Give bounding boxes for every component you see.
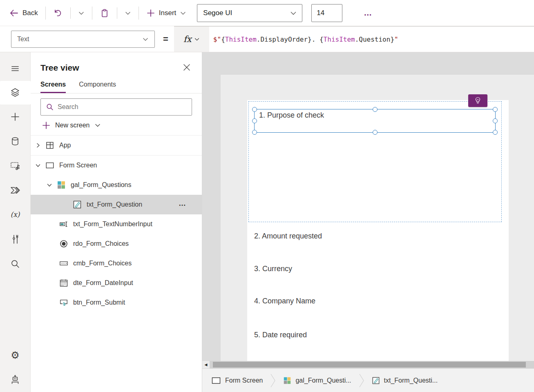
ideas-suggestion-button[interactable]	[468, 94, 487, 107]
scroll-left-button[interactable]: ◀	[202, 361, 210, 368]
breadcrumb-label: Form Screen	[225, 377, 263, 384]
gallery-item-text[interactable]: 3. Currency	[254, 265, 292, 273]
screen-icon	[45, 161, 54, 170]
toolbar-overflow-button[interactable]: …	[364, 8, 373, 18]
chevron-down-icon	[180, 10, 186, 16]
panel-tabs: Screens Components	[40, 81, 202, 93]
font-size-input[interactable]	[311, 4, 342, 22]
insert-button[interactable]: Insert	[143, 6, 190, 20]
selected-label-control[interactable]: 1. Purpose of check	[254, 109, 496, 133]
formula-token: .DisplayOrder	[257, 36, 308, 43]
new-screen-button[interactable]: New screen	[31, 116, 202, 135]
gallery-icon	[283, 376, 291, 385]
search-input[interactable]	[58, 103, 188, 111]
search-icon	[46, 103, 54, 111]
property-selector[interactable]: Text	[11, 31, 155, 48]
power-automate-icon	[9, 185, 21, 196]
gear-icon: ⚙	[11, 350, 20, 360]
toolbar-divider	[117, 7, 117, 19]
scrollbar-thumb[interactable]	[213, 362, 526, 368]
media-panel-button[interactable]	[0, 154, 31, 178]
font-family-select[interactable]: Segoe UI	[197, 4, 302, 22]
toolbar-divider	[92, 7, 92, 20]
chevron-down-icon	[194, 36, 200, 42]
app-icon	[45, 141, 54, 150]
tree-view-button[interactable]	[0, 81, 31, 105]
tree-row-label: Form Screen	[59, 162, 97, 169]
tree-row-label: txt_Form_Question	[87, 201, 142, 208]
breadcrumb-item-form-screen[interactable]: Form Screen	[211, 376, 263, 385]
undo-icon	[53, 8, 63, 18]
gallery-item-text[interactable]: 2. Amount requested	[254, 232, 322, 241]
tree-search[interactable]	[40, 98, 192, 116]
tree-row-button-submit[interactable]: btn_Form_Submit	[31, 293, 202, 312]
settings-button[interactable]: ⚙	[0, 343, 31, 368]
breadcrumb-item-label-control[interactable]: txt_Form_Questi...	[372, 376, 438, 385]
search-panel-button[interactable]	[0, 252, 31, 276]
combobox-icon	[59, 259, 68, 268]
back-button[interactable]: Back	[6, 6, 41, 20]
resize-handle-bottom-right[interactable]	[493, 130, 498, 135]
tree-row-label: App	[59, 142, 71, 149]
power-automate-panel-button[interactable]	[0, 178, 31, 203]
resize-handle-top-left[interactable]	[252, 107, 257, 112]
fx-icon: fx	[183, 34, 192, 44]
gallery-item-text[interactable]: 4. Company Name	[254, 297, 315, 305]
tree-row-combobox[interactable]: cmb_Form_Choices	[31, 254, 202, 273]
chevron-down-icon[interactable]	[45, 182, 54, 188]
plus-icon	[146, 9, 155, 18]
tree-row-date-input[interactable]: dte_Form_DateInput	[31, 273, 202, 293]
resize-handle-bottom-left[interactable]	[252, 130, 257, 135]
label-control-icon	[372, 376, 380, 385]
resize-handle-middle-right[interactable]	[493, 118, 498, 123]
fx-dropdown[interactable]: fx	[174, 27, 209, 52]
svg-text:(x): (x)	[11, 210, 20, 218]
chevron-down-icon	[94, 122, 101, 129]
tree-row-app[interactable]: App	[31, 136, 202, 155]
chevron-down-icon[interactable]	[33, 162, 43, 169]
advanced-tools-button[interactable]	[0, 227, 31, 252]
resize-handle-middle-left[interactable]	[252, 118, 257, 123]
virtual-agent-button[interactable]	[0, 368, 31, 392]
menu-button[interactable]	[0, 56, 31, 81]
undo-button[interactable]	[50, 6, 66, 20]
screen-icon	[211, 376, 221, 385]
insert-label: Insert	[159, 9, 177, 17]
tree-row-text-input[interactable]: txt_Form_TextNumberInput	[31, 214, 202, 234]
toolbar-divider	[70, 7, 71, 19]
chevron-right-icon[interactable]	[33, 142, 43, 149]
variables-panel-button[interactable]: (x)	[0, 203, 31, 227]
resize-handle-top-center[interactable]	[373, 107, 378, 112]
tree-row-txt-form-question[interactable]: txt_Form_Question …	[31, 195, 202, 214]
insert-panel-button[interactable]	[0, 105, 31, 129]
breadcrumb-item-gallery[interactable]: gal_Form_Questi...	[283, 376, 351, 385]
paste-menu-chevron[interactable]	[121, 7, 134, 19]
back-label: Back	[22, 9, 38, 17]
canvas-area: 1. Purpose of check 2. Amount requested …	[202, 52, 534, 392]
breadcrumb-separator-icon	[359, 373, 364, 388]
tree-row-label: dte_Form_DateInput	[73, 279, 133, 287]
paste-button[interactable]	[96, 6, 113, 20]
tab-screens[interactable]: Screens	[40, 81, 66, 93]
chevron-down-icon	[78, 10, 85, 16]
calendar-icon	[59, 278, 68, 287]
resize-handle-top-right[interactable]	[493, 107, 498, 112]
data-panel-button[interactable]	[0, 129, 31, 154]
tree-row-radio[interactable]: rdo_Form_Choices	[31, 234, 202, 254]
gallery-item-text[interactable]: 5. Date required	[254, 331, 307, 339]
variables-icon: (x)	[8, 209, 22, 220]
undo-menu-chevron[interactable]	[75, 7, 88, 19]
tree-row-label: rdo_Form_Choices	[73, 240, 129, 247]
tree-row-gallery[interactable]: gal_Form_Questions	[31, 175, 202, 195]
row-more-button[interactable]: …	[179, 199, 187, 208]
formula-token: .Question	[355, 36, 391, 43]
formula-input[interactable]: $"{ThisItem.DisplayOrder}. {ThisItem.Que…	[209, 27, 534, 52]
close-panel-button[interactable]	[182, 63, 191, 72]
formula-token: ThisItem	[324, 36, 355, 43]
resize-handle-bottom-center[interactable]	[373, 130, 378, 135]
horizontal-scrollbar[interactable]: ◀	[202, 361, 534, 368]
formula-bar: Text = fx $"{ThisItem.DisplayOrder}. {Th…	[0, 26, 534, 52]
formula-token: {	[320, 36, 324, 43]
tab-components[interactable]: Components	[79, 81, 116, 93]
tree-row-form-screen[interactable]: Form Screen	[31, 156, 202, 175]
